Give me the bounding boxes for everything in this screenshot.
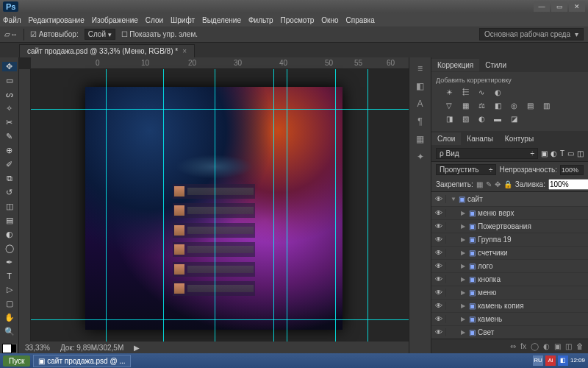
visibility-icon[interactable]: 👁 <box>431 222 446 230</box>
dodge-tool[interactable]: ◯ <box>2 244 17 253</box>
gradient-tool[interactable]: ▤ <box>2 216 17 225</box>
shape-tool[interactable]: ▢ <box>2 299 17 308</box>
filter-adjust-icon[interactable]: ◐ <box>551 149 557 158</box>
crop-tool[interactable]: ✂ <box>2 118 17 127</box>
guide-horizontal[interactable] <box>31 109 409 110</box>
menu-Слои[interactable]: Слои <box>146 16 163 24</box>
start-button[interactable]: Пуск <box>3 355 30 367</box>
lock-all-icon[interactable]: 🔒 <box>503 180 512 188</box>
layer-row[interactable]: 👁▶▣камень копия <box>431 300 588 313</box>
move-tool-icon[interactable]: ▱↔ <box>4 30 18 38</box>
guide-vertical[interactable] <box>368 69 368 353</box>
menu-Фильтр[interactable]: Фильтр <box>248 16 273 24</box>
fill-input[interactable] <box>548 179 588 190</box>
levels-icon[interactable]: ⬱ <box>459 87 471 97</box>
character-panel-icon[interactable]: A <box>417 99 423 109</box>
guide-vertical[interactable] <box>106 69 107 353</box>
tray-lang[interactable]: RU <box>533 355 543 366</box>
fx-icon[interactable]: fx <box>520 342 526 350</box>
adjustment-icon[interactable]: ◐ <box>543 342 550 350</box>
link-layers-icon[interactable]: ⇔ <box>510 342 516 350</box>
guide-vertical[interactable] <box>335 69 336 353</box>
auto-select-checkbox[interactable]: ☑ Автовыбор: <box>30 30 79 38</box>
pen-tool[interactable]: ✒ <box>2 258 17 267</box>
document-canvas[interactable] <box>85 87 343 330</box>
document-tab[interactable]: сайт продажа.psd @ 33,3% (Меню, RGB/8) *… <box>19 44 195 57</box>
exposure-icon[interactable]: ◐ <box>492 87 503 97</box>
blur-tool[interactable]: ◐ <box>2 230 17 239</box>
zoom-tool[interactable]: 🔍 <box>2 327 17 336</box>
mask-icon[interactable]: ◯ <box>531 342 539 350</box>
visibility-icon[interactable]: 👁 <box>431 262 446 270</box>
menu-Выделение[interactable]: Выделение <box>202 16 241 24</box>
tray-icon[interactable]: Ai <box>545 355 556 366</box>
menu-Файл[interactable]: Файл <box>3 16 21 24</box>
tab-corrections[interactable]: Коррекция <box>431 59 479 71</box>
visibility-icon[interactable]: 👁 <box>431 275 446 283</box>
menu-Окно[interactable]: Окно <box>321 16 338 24</box>
minimize-button[interactable]: — <box>534 1 550 12</box>
group-icon[interactable]: ▣ <box>554 342 561 350</box>
visibility-icon[interactable]: 👁 <box>431 289 446 297</box>
layer-row[interactable]: 👁▶▣кнопка <box>431 273 588 286</box>
eraser-tool[interactable]: ◫ <box>2 202 17 211</box>
filter-kind-dropdown[interactable]: ρ Вид÷ <box>436 148 538 159</box>
layer-row[interactable]: 👁▶▣меню верх <box>431 207 588 220</box>
taskbar-item[interactable]: ▣ сайт продажа.psd @ ... <box>33 355 130 367</box>
tray-icon[interactable]: ◧ <box>558 355 568 366</box>
maximize-button[interactable]: ▭ <box>551 1 567 12</box>
photo-filter-icon[interactable]: ◎ <box>508 100 520 110</box>
type-tool[interactable]: T <box>2 272 17 280</box>
visibility-icon[interactable]: 👁 <box>431 249 446 257</box>
ruler-horizontal[interactable]: 010203040505560 <box>31 57 409 69</box>
guide-vertical[interactable] <box>287 69 287 353</box>
path-tool[interactable]: ▷ <box>2 285 17 294</box>
guide-vertical[interactable] <box>163 69 164 353</box>
selective-icon[interactable]: ◪ <box>508 113 520 124</box>
vibrance-icon[interactable]: ▽ <box>443 100 455 110</box>
lasso-tool[interactable]: ᔕ <box>2 90 17 99</box>
visibility-icon[interactable]: 👁 <box>431 195 446 203</box>
visibility-icon[interactable]: 👁 <box>431 236 446 244</box>
color-swatch[interactable] <box>2 344 17 353</box>
tab-layers[interactable]: Слои <box>431 132 461 145</box>
tab-channels[interactable]: Каналы <box>461 132 499 145</box>
posterize-icon[interactable]: ▧ <box>459 113 471 124</box>
color-panel-icon[interactable]: ◧ <box>416 81 424 91</box>
tab-paths[interactable]: Контуры <box>499 132 539 145</box>
marquee-tool[interactable]: ▭ <box>2 76 17 85</box>
filter-pixel-icon[interactable]: ▣ <box>541 149 548 158</box>
layer-row[interactable]: 👁▶▣Группа 19 <box>431 233 588 247</box>
swatches-panel-icon[interactable]: ▦ <box>416 134 424 144</box>
stamp-tool[interactable]: ⧉ <box>2 174 17 183</box>
visibility-icon[interactable]: 👁 <box>431 328 446 336</box>
brightness-icon[interactable]: ☀ <box>443 87 455 97</box>
ruler-vertical[interactable] <box>19 69 31 353</box>
hue-icon[interactable]: ▦ <box>459 100 471 110</box>
layer-row[interactable]: 👁▶▣меню <box>431 286 588 300</box>
zoom-level[interactable]: 33,33% <box>25 344 50 352</box>
menu-Справка[interactable]: Справка <box>346 16 375 24</box>
menu-Изображение[interactable]: Изображение <box>92 16 138 24</box>
layer-row[interactable]: 👁▶▣лого <box>431 260 588 273</box>
menu-Редактирование[interactable]: Редактирование <box>29 16 85 24</box>
visibility-icon[interactable]: 👁 <box>431 302 446 310</box>
workspace-switcher[interactable]: Основная рабочая среда▾ <box>479 28 584 40</box>
menu-Просмотр[interactable]: Просмотр <box>281 16 315 24</box>
threshold-icon[interactable]: ◐ <box>476 113 487 124</box>
layer-row[interactable]: 👁▶▣Пожертвования <box>431 220 588 233</box>
paragraph-panel-icon[interactable]: ¶ <box>417 116 422 127</box>
curves-icon[interactable]: ∿ <box>476 87 487 97</box>
show-controls-checkbox[interactable]: ☐ Показать упр. элем. <box>121 30 198 38</box>
lock-position-icon[interactable]: ✥ <box>495 180 501 188</box>
auto-select-dropdown[interactable]: Слой ▾ <box>85 29 115 40</box>
close-tab-icon[interactable]: × <box>182 47 187 55</box>
tray-time[interactable]: 12:09 <box>570 355 585 366</box>
close-button[interactable]: ✕ <box>569 1 585 12</box>
healing-tool[interactable]: ⊕ <box>2 146 17 155</box>
new-layer-icon[interactable]: ◫ <box>565 342 572 350</box>
lock-pixels-icon[interactable]: ✎ <box>486 180 492 188</box>
filter-shape-icon[interactable]: ▭ <box>567 149 574 158</box>
filter-type-icon[interactable]: T <box>560 149 564 158</box>
lock-transparent-icon[interactable]: ▦ <box>476 180 483 188</box>
